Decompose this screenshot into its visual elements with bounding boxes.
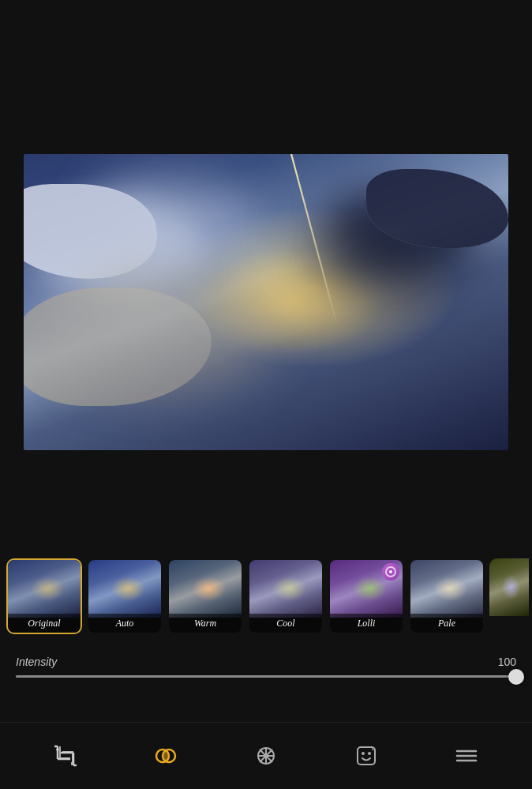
filter-item-pale[interactable]: Pale (409, 558, 485, 634)
filter-item-b[interactable] (489, 558, 529, 634)
adjust-icon (253, 743, 279, 768)
filter-label-cool: Cool (249, 614, 322, 633)
lolli-badge (382, 563, 399, 580)
intensity-slider-row (0, 675, 532, 678)
filter-item-original[interactable]: Original (6, 558, 82, 634)
filter-icon (153, 743, 178, 768)
filter-item-lolli[interactable]: Lolli (328, 558, 404, 634)
svg-point-19 (368, 752, 371, 755)
filter-thumb-auto (88, 560, 161, 618)
filter-thumb-original (8, 560, 81, 618)
filter-item-warm[interactable]: Warm (167, 558, 243, 634)
nav-item-filter[interactable] (142, 732, 189, 780)
svg-point-18 (362, 752, 365, 755)
filter-item-cool[interactable]: Cool (248, 558, 324, 634)
intensity-row: Intensity 100 (0, 646, 532, 678)
bottom-nav (0, 722, 532, 789)
filter-label-lolli: Lolli (330, 614, 403, 633)
filter-label-warm: Warm (169, 614, 242, 633)
filter-label-auto: Auto (88, 614, 161, 633)
nav-item-crop[interactable] (42, 732, 89, 780)
crop-icon (53, 743, 78, 768)
intensity-label: Intensity (16, 656, 87, 668)
filter-thumb-cool (249, 560, 322, 618)
intensity-slider-track[interactable] (16, 675, 516, 678)
cloud-layer-3 (24, 154, 508, 450)
nav-item-sticker[interactable] (343, 732, 390, 780)
filter-strip: Original Auto Warm Cool (0, 553, 532, 640)
filter-label-pale: Pale (410, 614, 483, 633)
filter-label-original: Original (8, 614, 81, 633)
intensity-slider-fill (16, 675, 516, 678)
nav-item-more[interactable] (443, 732, 490, 780)
filter-thumb-warm (169, 560, 242, 618)
filter-thumb-b (489, 558, 529, 616)
intensity-slider-thumb[interactable] (508, 669, 524, 685)
more-icon (454, 743, 479, 768)
svg-rect-0 (59, 746, 61, 759)
main-image-area (0, 0, 532, 553)
filter-section: Original Auto Warm Cool (0, 553, 532, 789)
nav-item-adjust[interactable] (242, 732, 290, 780)
sticker-icon (354, 743, 379, 768)
intensity-value: 100 (485, 656, 516, 668)
filter-thumb-pale (410, 560, 483, 618)
photo-preview (24, 154, 508, 450)
lolli-badge-inner (385, 566, 396, 577)
filter-item-auto[interactable]: Auto (87, 558, 163, 634)
